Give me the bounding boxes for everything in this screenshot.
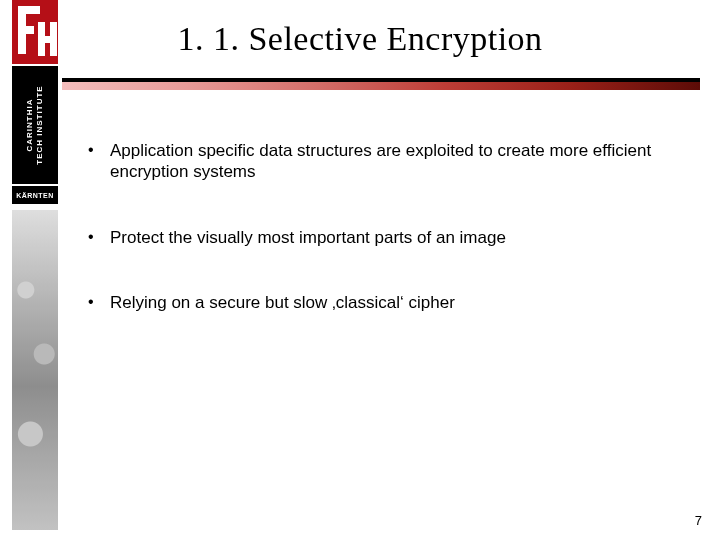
bullet-text: Application specific data structures are… (110, 141, 651, 181)
sidebar: CARINTHIA TECH INSTITUTE KÄRNTEN (0, 0, 60, 540)
page-number: 7 (695, 513, 702, 528)
institute-badge: CARINTHIA TECH INSTITUTE (12, 66, 58, 184)
title-underline-icon (62, 78, 700, 90)
slide-body: Application specific data structures are… (84, 140, 680, 357)
list-item: Protect the visually most important part… (84, 227, 680, 248)
institute-line2: TECH INSTITUTE (35, 85, 44, 164)
bullet-text: Relying on a secure but slow ‚classical‘… (110, 293, 455, 312)
bullet-text: Protect the visually most important part… (110, 228, 506, 247)
slide-title: 1. 1. Selective Encryption (0, 20, 720, 58)
region-badge: KÄRNTEN (12, 186, 58, 204)
sidebar-art-icon (12, 210, 58, 530)
list-item: Relying on a secure but slow ‚classical‘… (84, 292, 680, 313)
region-label: KÄRNTEN (16, 192, 54, 199)
list-item: Application specific data structures are… (84, 140, 680, 183)
institute-line1: CARINTHIA (25, 99, 34, 152)
